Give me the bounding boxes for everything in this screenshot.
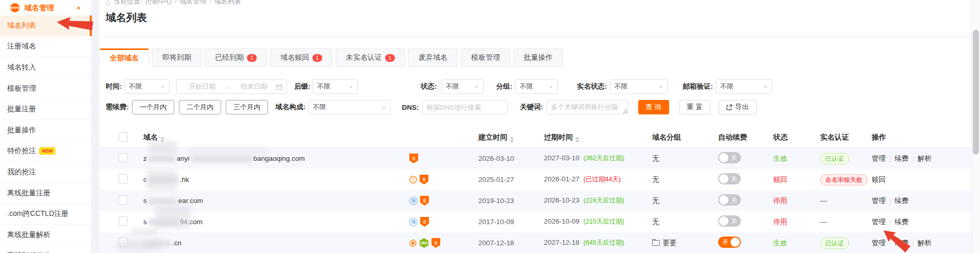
sidebar-item-label: 域名列表 <box>7 21 36 30</box>
row-checkbox[interactable] <box>119 216 128 226</box>
op-renew-link[interactable]: 续费 <box>895 218 909 226</box>
tab-label: 全部域名 <box>110 54 139 63</box>
search-button[interactable]: 查 询 <box>638 100 669 114</box>
sort-icon[interactable] <box>510 137 514 143</box>
toggle-knob <box>730 238 740 247</box>
tab-redemption[interactable]: 域名赎回1 <box>270 48 333 67</box>
tab-template-manage[interactable]: 模板管理 <box>461 48 510 67</box>
dns-search-input[interactable] <box>422 100 508 114</box>
col-expire[interactable]: 过期时间 <box>538 133 646 143</box>
col-domain[interactable]: 域名 <box>143 133 396 143</box>
domain-text: 94.com <box>180 218 203 226</box>
status-filter-select[interactable]: 不限∨ <box>441 79 484 94</box>
date-range-input[interactable]: 开始日期 → 结束日期 <box>176 79 287 94</box>
auto-renew-toggle[interactable]: 关 <box>718 152 741 163</box>
domain-icons: ≣ <box>396 154 473 163</box>
table-row: sear.com 海≣ 2019-10-23 2026-10-23 (224天后… <box>99 190 972 211</box>
sidebar-item-offline-batch-register[interactable]: 离线批量注册 <box>0 183 91 204</box>
auto-renew-toggle[interactable]: 关 <box>718 173 741 184</box>
op-manage-link[interactable]: 管理 <box>872 218 886 226</box>
date-end-input[interactable]: 结束日期 <box>232 82 276 91</box>
tab-batch-operation[interactable]: 批量操作 <box>513 48 563 67</box>
sidebar-group-domain-manage[interactable]: WWW 域名管理 ∧ <box>0 0 91 15</box>
sidebar-item-label: 批量注册 <box>7 105 36 114</box>
breadcrumb-prefix: 当前位置: <box>113 0 142 6</box>
ops-cell: 管理|续费|解析 <box>872 154 972 163</box>
sidebar-item-offline-batch-dns[interactable]: 离线批量解析 <box>0 225 91 246</box>
op-renew-link[interactable]: 续费 <box>895 197 909 205</box>
vertical-scrollbar[interactable] <box>971 0 980 253</box>
sidebar: WWW 域名管理 ∧ 域名列表注册域名域名转入模板管理批量注册批量操作特价抢注N… <box>0 0 92 253</box>
realname-filter-select[interactable]: 不限∨ <box>610 79 668 94</box>
row-checkbox[interactable] <box>119 238 128 247</box>
domain-name[interactable]: s94.com <box>143 218 396 226</box>
tab-count-badge: 1 <box>385 54 395 62</box>
op-separator: | <box>889 239 891 247</box>
sidebar-item-batch-register[interactable]: 批量注册 <box>0 99 91 120</box>
auto-renew-toggle[interactable]: 关 <box>718 194 741 206</box>
cert-status: — <box>815 218 872 226</box>
tab-all-domains[interactable]: 全部域名 <box>99 48 149 67</box>
select-all-checkbox[interactable] <box>119 132 128 142</box>
op-manage-link[interactable]: 管理 <box>872 155 886 162</box>
op-manage-link[interactable]: 管理 <box>872 197 886 205</box>
renew-3m-button[interactable]: 三个月内 <box>226 100 268 114</box>
email-filter-select[interactable]: 不限∨ <box>716 79 772 94</box>
toggle-knob <box>719 195 728 205</box>
domain-redaction <box>148 198 177 205</box>
sidebar-item-batch-operation[interactable]: 批量操作 <box>0 120 91 141</box>
op-redeem-link[interactable]: 赎回 <box>872 176 886 183</box>
col-created[interactable]: 建立时间 <box>473 133 538 143</box>
sidebar-item-offline-dns-modify[interactable]: 离线DNS修改 <box>0 246 91 253</box>
op-manage-link[interactable]: 管理 <box>872 239 886 247</box>
tab-abandoned[interactable]: 废弃域名 <box>408 48 458 67</box>
sidebar-item-register-domain[interactable]: 注册域名 <box>0 37 91 58</box>
sidebar-item-transfer-in[interactable]: 域名转入 <box>0 57 91 78</box>
auto-renew-toggle[interactable]: 开 <box>718 237 741 248</box>
sidebar-item-domain-list[interactable]: 域名列表 <box>0 15 91 37</box>
domain-name[interactable]: c.hk <box>143 176 396 183</box>
domain-icons: !≣ <box>396 175 473 184</box>
domain-name[interactable]: sear.com <box>143 197 396 205</box>
compose-filter-select[interactable]: 不限∨ <box>308 100 391 114</box>
date-start-input[interactable]: 开始日期 <box>181 82 224 91</box>
tab-not-realname[interactable]: 未实名认证1 <box>336 48 405 67</box>
auto-renew-toggle[interactable]: 关 <box>718 215 741 227</box>
sort-icon[interactable] <box>160 137 164 143</box>
domain-icons: DNS≣ <box>396 238 473 248</box>
chevron-down-icon: ∨ <box>658 84 662 89</box>
group-filter-select[interactable]: 不限∨ <box>515 79 558 94</box>
suffix-filter-select[interactable]: 不限∨ <box>312 79 358 94</box>
domain-name[interactable]: .cn <box>143 239 396 247</box>
sidebar-item-special-preorder[interactable]: 特价抢注NEW <box>0 141 91 162</box>
op-renew-link[interactable]: 续费 <box>895 239 909 247</box>
scrollbar-thumb[interactable] <box>973 30 979 155</box>
row-checkbox[interactable] <box>119 153 128 162</box>
row-checkbox[interactable] <box>119 195 128 205</box>
op-renew-link[interactable]: 续费 <box>895 155 909 162</box>
row-checkbox[interactable] <box>119 174 128 183</box>
expire-note: (210天后过期) <box>584 218 624 225</box>
tab-expiring-soon[interactable]: 即将到期 <box>152 48 202 67</box>
renew-2m-button[interactable]: 二个月内 <box>179 100 221 114</box>
table-row: zanyibangaoqing.com ≣ 2026-03-10 2027-03… <box>99 148 972 169</box>
sidebar-item-label: .com跨CCTLD注册 <box>7 209 69 218</box>
reset-button[interactable]: 重 置 <box>679 100 710 114</box>
export-button[interactable]: 导出 <box>719 100 757 114</box>
keyword-textarea[interactable] <box>546 100 628 114</box>
sidebar-item-my-preorder[interactable]: 我的抢注 <box>0 162 91 183</box>
group-label: 要要 <box>662 239 676 247</box>
breadcrumb-item[interactable]: 控制中心 <box>145 0 172 5</box>
expire-date: 2027-12-18 <box>544 239 579 246</box>
renew-1m-button[interactable]: 一个月内 <box>132 100 174 114</box>
breadcrumb-item[interactable]: 域名管理 <box>180 0 207 5</box>
time-filter-select[interactable]: 不限∨ <box>124 79 170 94</box>
op-resolve-link[interactable]: 解析 <box>918 155 932 162</box>
op-resolve-link[interactable]: 解析 <box>918 239 932 247</box>
sort-icon[interactable] <box>575 137 579 143</box>
domain-name[interactable]: zanyibangaoqing.com <box>143 155 396 162</box>
cert-shield-icon: ≣ <box>420 175 428 184</box>
sidebar-item-com-cctld-register[interactable]: .com跨CCTLD注册 <box>0 204 91 225</box>
tab-expired[interactable]: 已经到期1 <box>205 48 267 67</box>
sidebar-item-template-manage[interactable]: 模板管理 <box>0 78 91 99</box>
